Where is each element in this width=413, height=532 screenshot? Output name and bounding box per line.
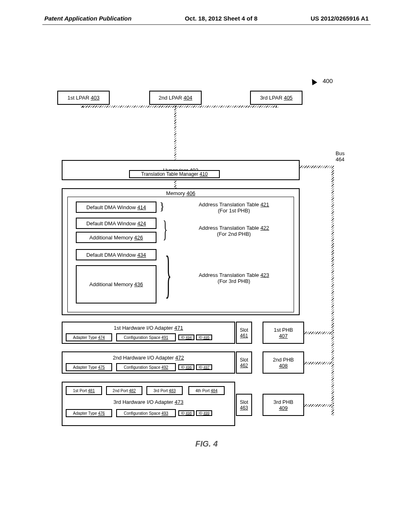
brace-icon: } [165, 248, 171, 300]
lpar-2-box: 2nd LPAR 404 [149, 91, 202, 105]
adapter-type-475: Adapter Type 475 [66, 363, 112, 371]
bus-to-phb3 [304, 404, 333, 407]
port-483: 3rd Port 483 [146, 386, 183, 395]
config-space-493: Configuration Space 493 [116, 409, 176, 417]
port-482: 2nd Port 482 [106, 386, 142, 395]
adapter-type-474: Adapter Type 474 [66, 333, 112, 341]
id-495: ID 495 [196, 335, 212, 340]
connector-line [276, 106, 277, 108]
id-498: ID 498 [178, 410, 194, 416]
phb-408: 2nd PHB408 [263, 351, 304, 374]
additional-memory-436: Additional Memory 436 [76, 265, 156, 303]
patent-number-label: US 2012/0265916 A1 [311, 15, 369, 22]
att-421-label: Address Translation Table 421 (For 1st P… [181, 202, 286, 214]
figure-caption: FIG. 4 [0, 439, 413, 449]
additional-memory-426: Additional Memory 426 [76, 232, 156, 243]
translation-table-manager-box: Translation Table Manager 410 [129, 170, 220, 178]
id-497: ID 497 [196, 364, 212, 370]
slot-461: Slot461 [236, 322, 252, 344]
bus-to-phb1 [304, 332, 333, 334]
lpar-1-box: 1st LPAR 403 [57, 91, 110, 105]
att-422-label: Address Translation Table 422 (For 2nd P… [181, 225, 286, 237]
bus-to-hypervisor [300, 166, 334, 168]
port-484: 4th Port 484 [188, 386, 225, 395]
slot-463: Slot463 [236, 394, 252, 416]
port-481: 1st Port 481 [66, 386, 102, 395]
brace-icon: } [159, 201, 165, 212]
date-sheet-label: Oct. 18, 2012 Sheet 4 of 8 [185, 15, 257, 22]
phb-409: 3rd PHB409 [263, 394, 304, 416]
lpar-connector-bar [81, 106, 278, 108]
hypervisor-memory-connector [174, 180, 176, 188]
adapter-3-title: 3rd Hardware I/O Adapter 473 [62, 399, 235, 405]
lpar-hypervisor-connector [174, 108, 176, 160]
reference-number-400: 400 [323, 77, 333, 84]
config-space-492: Configuration Space 492 [116, 363, 176, 371]
lpar-3-box: 3rd LPAR 405 [250, 91, 302, 105]
id-496: ID 496 [178, 364, 194, 370]
id-499: ID 499 [196, 410, 212, 416]
adapter-type-476: Adapter Type 476 [66, 409, 112, 417]
bus-label: Bus 464 [336, 150, 344, 162]
phb-407: 1st PHB407 [263, 322, 304, 344]
slot-462: Slot462 [236, 351, 252, 374]
dma-window-434: Default DMA Window 434 [76, 249, 156, 260]
config-space-491: Configuration Space 491 [116, 333, 176, 341]
att-423-label: Address Translation Table 423 (For 3rd P… [181, 272, 286, 284]
page-header: Patent Application Publication Oct. 18, … [0, 15, 413, 22]
bus-vertical [332, 166, 334, 416]
bus-to-phb2 [304, 362, 333, 364]
connector-line [83, 106, 83, 108]
header-divider [42, 24, 371, 25]
id-494: ID 494 [178, 335, 194, 340]
dma-window-424: Default DMA Window 424 [76, 218, 156, 229]
dma-window-414: Default DMA Window 414 [76, 202, 156, 213]
publication-label: Patent Application Publication [44, 15, 131, 22]
reference-arrow-icon [309, 77, 317, 85]
brace-icon: } [163, 217, 168, 241]
